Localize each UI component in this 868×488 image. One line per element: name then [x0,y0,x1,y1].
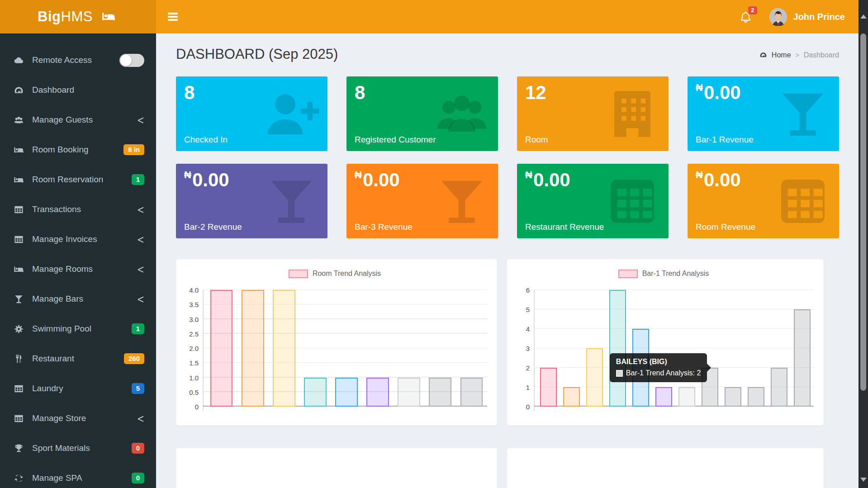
chart-legend[interactable]: Bar-1 Trend Analysis [513,268,814,279]
bar[interactable] [460,378,483,407]
bar-slot [606,290,629,407]
chart-plot-area [203,290,487,407]
brand-logo[interactable]: BigHMS [0,0,156,33]
martini-icon [12,294,25,304]
stat-value: ₦0.00 [355,169,400,191]
sidebar-item-label: Sport Materials [32,443,90,453]
bar[interactable] [540,368,557,407]
bar[interactable] [429,378,451,407]
sidebar-item-sport-materials[interactable]: Sport Materials 0 [0,433,156,463]
bar-slot [629,290,652,407]
stat-label: Restaurant Revenue [525,222,604,232]
bar-slot [560,290,583,407]
legend-swatch [618,270,638,278]
bar[interactable] [748,387,764,407]
sidebar-item-restaurant[interactable]: Restaurant 260 [0,344,156,374]
stat-card-registered-customer: 8 Registered Customer [346,76,498,151]
currency-symbol: ₦ [184,169,191,180]
bed-icon [12,264,25,275]
bar[interactable] [771,368,787,407]
bar[interactable] [725,387,741,407]
bar[interactable] [366,378,389,407]
bar[interactable] [273,290,295,407]
table-icon [12,234,25,245]
sidebar-item-laundry[interactable]: Laundry 5 [0,374,156,403]
bed-icon [12,145,25,155]
currency-symbol: ₦ [355,169,362,180]
sidebar-item-manage-store[interactable]: Manage Store < [0,403,156,433]
scrollbar-down-arrow[interactable] [860,478,867,482]
bar[interactable] [678,387,695,407]
bar-slot [206,290,237,407]
stat-card-room-revenue: ₦0.00 Room Revenue [688,164,839,238]
scrollbar-up-arrow[interactable] [860,14,867,19]
chevron-left-icon: < [137,293,144,306]
y-tick-label: 3 [526,345,530,352]
bar-slot [268,290,299,407]
y-axis-line [203,290,204,411]
y-tick-label: 0.5 [189,388,199,396]
sidebar-item-manage-bars[interactable]: Manage Bars < [0,284,156,314]
cutlery-icon [12,354,25,364]
bar[interactable] [304,378,327,407]
user-menu[interactable]: John Prince [769,8,845,26]
badge: 0 [132,473,144,483]
bar-slot [456,290,487,407]
sidebar-item-manage-guests[interactable]: Manage Guests < [0,105,156,135]
breadcrumb-home-link[interactable]: Home [772,51,791,59]
grid-icon [773,172,833,230]
badge: 1 [132,174,144,185]
scrollbar-thumb[interactable] [860,33,866,391]
sidebar-item-manage-rooms[interactable]: Manage Rooms < [0,254,156,284]
chevron-left-icon: < [137,412,144,425]
sidebar-item-label: Dashboard [32,85,74,95]
top-header: BigHMS 2 John Prince [0,0,859,33]
stat-label: Bar-3 Revenue [355,222,413,232]
sidebar-item-label: Manage SPA [32,473,82,483]
sidebar-item-label: Manage Store [32,413,86,423]
trophy-icon [12,443,25,454]
bar[interactable] [794,309,811,407]
sidebar-item-transactions[interactable]: Transactions < [0,194,156,224]
stat-card-bar1-revenue: ₦0.00 Bar-1 Revenue [688,76,839,151]
bar-slot [721,290,745,407]
bar-slot [394,290,425,407]
sidebar-item-room-reservation[interactable]: Room Reservation 1 [0,165,156,194]
stat-value: ₦0.00 [184,169,229,191]
sidebar-item-dashboard[interactable]: Dashboard [0,75,156,105]
legend-label: Bar-1 Trend Analysis [642,270,709,278]
sidebar-item-label: Room Booking [32,145,89,155]
bar[interactable] [563,387,580,407]
sidebar-item-label: Manage Guests [32,115,93,125]
sidebar-item-room-booking[interactable]: Room Booking 8 in [0,135,156,165]
window-scrollbar[interactable] [859,0,868,488]
remote-access-toggle[interactable] [119,54,144,67]
refresh-icon [12,473,25,483]
bar[interactable] [210,290,233,407]
bar[interactable] [609,290,626,407]
hamburger-menu-icon[interactable] [168,11,179,23]
bar[interactable] [655,387,672,407]
sidebar-item-swimming-pool[interactable]: Swimming Pool 1 [0,314,156,344]
notifications-button[interactable]: 2 [740,10,752,24]
table-icon [12,384,25,394]
charts-row: Room Trend Analysis 4.03.53.02.52.01.51.… [176,259,839,426]
y-tick-label: 4.0 [189,286,199,294]
bar[interactable] [398,378,420,407]
bar[interactable] [242,290,264,407]
badge: 5 [132,383,144,394]
bar-slot [652,290,675,407]
chevron-left-icon: < [137,263,144,276]
sidebar-item-manage-invoices[interactable]: Manage Invoices < [0,224,156,254]
sidebar-item-remote-access[interactable]: Remote Access [0,45,156,75]
badge: 260 [124,353,144,364]
chart-legend[interactable]: Room Trend Analysis [182,268,487,279]
bar-slot [237,290,268,407]
gear-icon [12,324,25,334]
bar[interactable] [335,378,358,407]
bar[interactable] [586,348,603,407]
tooltip-caret [707,364,711,372]
bar-slot [745,290,768,407]
sidebar-item-manage-spa[interactable]: Manage SPA 0 [0,463,156,488]
brand-text: BigHMS [38,9,93,25]
